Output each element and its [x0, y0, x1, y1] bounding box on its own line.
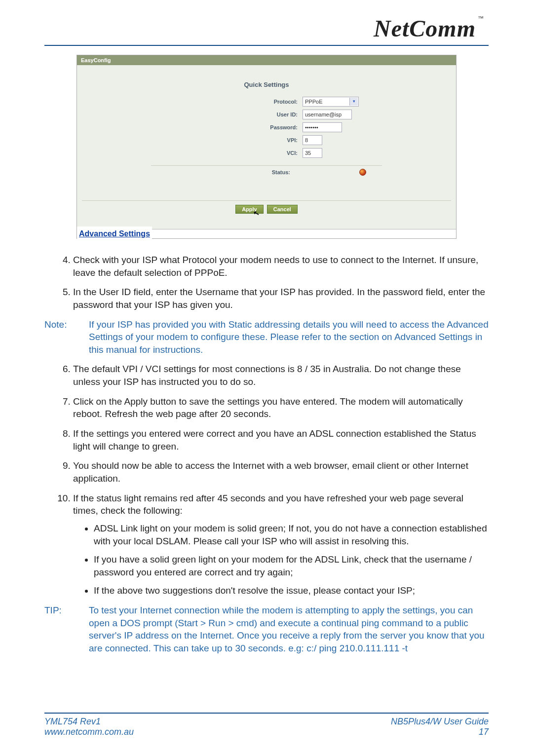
note-text: If your ISP has provided you with Static… — [89, 318, 489, 356]
section-title: Quick Settings — [82, 81, 451, 88]
tip-block: TIP: To test your Internet connection wh… — [44, 604, 489, 655]
userid-label: User ID: — [172, 108, 300, 121]
chevron-down-icon[interactable]: ▾ — [349, 98, 358, 106]
step-10: If the status light remains red after 45… — [73, 492, 489, 597]
brand-name: NetComm — [374, 15, 476, 41]
footer-page: 17 — [391, 727, 489, 737]
brand-header: NetComm™ — [44, 15, 489, 42]
page-footer: YML754 Rev1 www.netcomm.com.au NB5Plus4/… — [44, 709, 489, 737]
trademark-icon: ™ — [478, 15, 484, 22]
substep-a: ADSL Link light on your modem is solid g… — [94, 522, 489, 547]
substep-c: If the above two suggestions don't resol… — [94, 584, 489, 597]
protocol-value: PPPoE — [305, 99, 322, 105]
header-divider — [44, 45, 489, 46]
status-light-icon — [359, 169, 366, 176]
note-label: Note: — [44, 318, 89, 356]
apply-button[interactable]: Apply ↖ — [235, 205, 264, 214]
tip-label: TIP: — [44, 604, 89, 655]
userid-input[interactable]: username@isp — [303, 110, 352, 119]
vpi-input[interactable]: 8 — [303, 135, 322, 145]
easyconfig-screenshot: EasyConfig Quick Settings Protocol: PPPo… — [76, 55, 457, 239]
footer-url: www.netcomm.com.au — [44, 727, 134, 737]
instruction-text: Check with your ISP what Protocol your m… — [44, 254, 489, 655]
step-7: Click on the Apply button to save the se… — [73, 395, 489, 420]
vci-label: VCI: — [172, 147, 300, 159]
step-6: The default VPI / VCI settings for most … — [73, 363, 489, 388]
cursor-icon: ↖ — [253, 209, 261, 218]
password-input[interactable]: ••••••• — [303, 122, 342, 132]
vpi-label: VPI: — [172, 134, 300, 147]
app-title: EasyConfig — [77, 55, 456, 65]
password-label: Password: — [172, 121, 300, 134]
step-9: You should now be able to access the Int… — [73, 459, 489, 485]
step-8: If the settings you entered were correct… — [73, 427, 489, 453]
footer-guide: NB5Plus4/W User Guide — [391, 717, 489, 727]
footer-divider — [44, 713, 489, 714]
protocol-label: Protocol: — [172, 95, 300, 108]
step-4: Check with your ISP what Protocol your m… — [73, 254, 489, 279]
tip-text: To test your Internet connection while t… — [89, 604, 489, 655]
substep-b: If you have a solid green light on your … — [94, 553, 489, 578]
cancel-button[interactable]: Cancel — [267, 205, 298, 214]
footer-rev: YML754 Rev1 — [44, 717, 134, 727]
protocol-select[interactable]: PPPoE ▾ — [303, 97, 359, 107]
status-label: Status: — [167, 169, 295, 175]
note-block: Note: If your ISP has provided you with … — [44, 318, 489, 356]
step-5: In the User ID field, enter the Username… — [73, 286, 489, 311]
vci-input[interactable]: 35 — [303, 148, 322, 158]
